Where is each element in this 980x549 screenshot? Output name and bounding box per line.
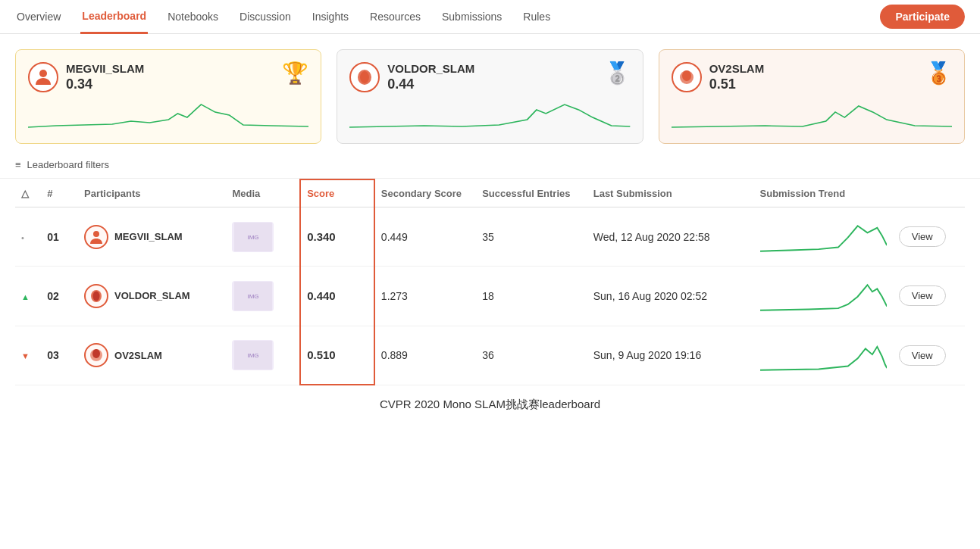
bronze-avatar	[672, 62, 702, 92]
row2-rank: 02	[41, 267, 78, 326]
svg-text:IMG: IMG	[247, 293, 258, 300]
row1-entries: 35	[476, 207, 587, 267]
bronze-name: OV2SLAM	[709, 62, 765, 75]
silver-score: 0.44	[387, 76, 474, 92]
col-delta: △	[15, 179, 41, 207]
filters-bar: ≡ Leaderboard filters	[0, 151, 980, 179]
svg-point-4	[93, 231, 99, 237]
col-secondary-score: Secondary Score	[374, 179, 476, 207]
nav-leaderboard[interactable]: Leaderboard	[80, 0, 148, 34]
row2-media: IMG	[226, 267, 300, 326]
row3-name: OV2SLAM	[114, 350, 162, 361]
col-participants: Participants	[78, 179, 226, 207]
row2-last-submission: Sun, 16 Aug 2020 02:52	[587, 267, 754, 326]
podium-card-silver: VOLDOR_SLAM 0.44 🥈	[337, 49, 643, 144]
row1-delta: •	[15, 207, 41, 267]
silver-avatar	[349, 62, 380, 92]
row3-rank: 03	[41, 326, 78, 385]
bronze-sparkline	[672, 98, 952, 131]
row3-delta: ▼	[15, 326, 41, 385]
col-last-submission: Last Submission	[587, 179, 754, 207]
table-header-row: △ # Participants Media Score Secondary S…	[15, 179, 965, 207]
row1-trend	[754, 207, 893, 267]
participate-button[interactable]: Participate	[880, 5, 965, 29]
row3-action: View	[893, 326, 965, 385]
podium-card-gold: MEGVII_SLAM 0.34 🏆	[15, 49, 321, 144]
col-trend: Submission Trend	[754, 179, 893, 207]
row1-media: IMG	[226, 207, 300, 267]
svg-point-11	[92, 349, 100, 358]
row1-participant: MEGVII_SLAM	[78, 207, 226, 267]
row3-view-button[interactable]: View	[899, 345, 946, 366]
gold-name: MEGVII_SLAM	[66, 62, 144, 75]
table-row: ▲ 02 VOLDOR_SLAM IMG	[15, 267, 965, 326]
row2-participant: VOLDOR_SLAM	[78, 267, 226, 326]
row2-view-button[interactable]: View	[899, 285, 946, 306]
row1-view-button[interactable]: View	[899, 226, 946, 247]
gold-avatar	[28, 62, 58, 92]
col-rank: #	[41, 179, 78, 207]
leaderboard-table: △ # Participants Media Score Secondary S…	[15, 179, 965, 385]
row3-avatar	[84, 343, 108, 367]
col-action	[893, 179, 965, 207]
row3-secondary: 0.889	[374, 326, 476, 385]
row2-delta: ▲	[15, 267, 41, 326]
row2-entries: 18	[476, 267, 587, 326]
silver-name: VOLDOR_SLAM	[387, 62, 474, 75]
row1-action: View	[893, 207, 965, 267]
footer-text: CVPR 2020 Mono SLAM挑战赛leaderboard	[380, 398, 600, 410]
col-score: Score	[300, 179, 374, 207]
leaderboard-table-wrap: △ # Participants Media Score Secondary S…	[0, 179, 980, 385]
footer: CVPR 2020 Mono SLAM挑战赛leaderboard	[0, 385, 980, 424]
row2-action: View	[893, 267, 965, 326]
row3-last-submission: Sun, 9 Aug 2020 19:16	[587, 326, 754, 385]
svg-point-0	[39, 70, 47, 77]
row3-media: IMG	[226, 326, 300, 385]
silver-sparkline	[349, 98, 630, 131]
row2-trend	[754, 267, 893, 326]
nav-notebooks[interactable]: Notebooks	[166, 0, 220, 34]
row1-rank: 01	[41, 207, 78, 267]
row3-score: 0.510	[300, 326, 374, 385]
gold-sparkline	[28, 98, 308, 131]
row2-avatar	[84, 284, 108, 308]
svg-text:IMG: IMG	[247, 352, 258, 359]
row1-secondary: 0.449	[374, 207, 476, 267]
row1-last-submission: Wed, 12 Aug 2020 22:58	[587, 207, 754, 267]
col-media: Media	[226, 179, 300, 207]
row2-name: VOLDOR_SLAM	[114, 290, 190, 301]
nav-insights[interactable]: Insights	[311, 0, 350, 34]
svg-point-3	[682, 70, 691, 81]
gold-medal: 🏆	[282, 61, 308, 86]
nav-rules[interactable]: Rules	[521, 0, 552, 34]
podium-section: MEGVII_SLAM 0.34 🏆 VOLDOR_SLAM 0.44 🥈	[0, 34, 980, 151]
row3-participant: OV2SLAM	[78, 326, 226, 385]
navigation: Overview Leaderboard Notebooks Discussio…	[0, 0, 980, 34]
col-entries: Successful Entries	[476, 179, 587, 207]
nav-submissions[interactable]: Submissions	[440, 0, 503, 34]
bronze-score: 0.51	[709, 76, 765, 92]
silver-medal: 🥈	[604, 61, 631, 86]
table-row: • 01 MEGVII_SLAM IMG	[15, 207, 965, 267]
nav-discussion[interactable]: Discussion	[238, 0, 293, 34]
row3-trend	[754, 326, 893, 385]
nav-resources[interactable]: Resources	[368, 0, 422, 34]
row1-score: 0.340	[300, 207, 374, 267]
row2-secondary: 1.273	[374, 267, 476, 326]
nav-overview[interactable]: Overview	[15, 0, 62, 34]
svg-text:IMG: IMG	[247, 234, 258, 241]
gold-score: 0.34	[66, 76, 144, 92]
row3-entries: 36	[476, 326, 587, 385]
filter-icon: ≡	[15, 159, 21, 170]
podium-card-bronze: OV2SLAM 0.51 🥉	[659, 49, 965, 144]
filter-label: Leaderboard filters	[27, 159, 109, 170]
row1-avatar	[84, 225, 108, 249]
table-row: ▼ 03 OV2SLAM IMG 0.	[15, 326, 965, 385]
row2-score: 0.440	[300, 267, 374, 326]
bronze-medal: 🥉	[925, 61, 952, 86]
row1-name: MEGVII_SLAM	[114, 231, 183, 242]
